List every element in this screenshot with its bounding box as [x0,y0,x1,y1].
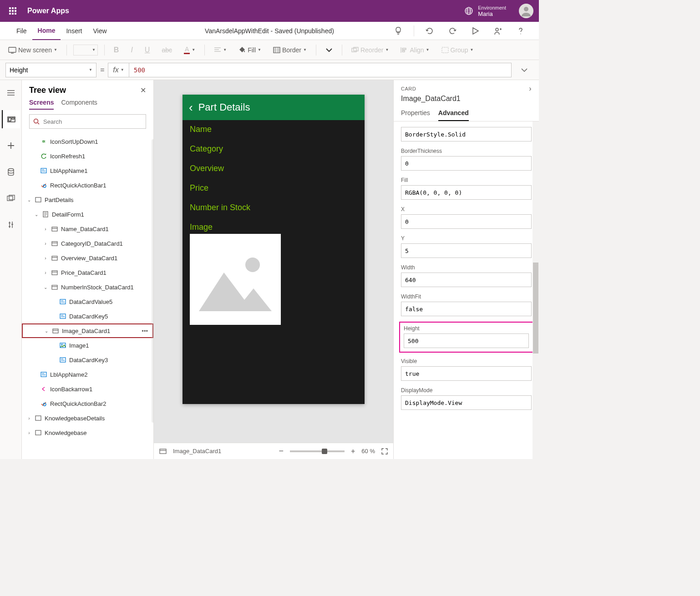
prop-y-input[interactable] [401,243,532,258]
prop-widthfit-input[interactable] [401,302,532,316]
zoom-in-icon[interactable]: + [351,447,355,455]
field-image: Image [190,222,357,232]
help-icon[interactable] [513,24,528,38]
theme-dropdown: ▼ [73,45,98,56]
share-icon[interactable] [491,24,505,38]
play-icon[interactable] [468,24,482,38]
tab-components[interactable]: Components [61,99,97,110]
undo-icon[interactable] [422,24,437,38]
menu-bar: File Home Insert View VanArsdelAppWithEd… [0,22,539,40]
prop-visible-input[interactable] [401,366,532,381]
fx-label[interactable]: fx▼ [108,63,129,77]
prop-fill-input[interactable] [401,185,532,200]
tree-node[interactable]: ›CategoryID_DataCard1 [22,236,153,251]
chevron-down-button[interactable] [323,46,335,54]
reorder-button: Reorder▼ [349,45,392,56]
underline-button: U [142,44,153,56]
tree-node[interactable]: IconSortUpDown1 [22,134,153,149]
tree-node[interactable]: ›KnowledgebaseDetails [22,411,153,425]
props-name: Image_DataCard1 [394,95,539,106]
search-input[interactable] [43,118,142,125]
prop-label: Height [404,325,529,332]
tree-node[interactable]: ›Price_DataCard1 [22,265,153,280]
waffle-icon[interactable] [4,0,22,22]
svg-rect-18 [36,197,41,202]
toolbar: New screen▼ ▼ B I U abc A▼ ▼ Fill▼ Borde… [0,40,539,60]
svg-rect-10 [9,118,11,121]
prop-width-input[interactable] [401,273,532,287]
tree-node[interactable]: DataCardKey5 [22,309,153,323]
tree-node-selected[interactable]: ⌄Image_DataCard1••• [22,323,153,338]
rail-media-icon[interactable] [2,189,20,207]
prop-label: Y [401,235,532,242]
menu-view[interactable]: View [87,22,112,40]
svg-point-3 [496,28,498,31]
prop-borderthickness-input[interactable] [401,156,532,171]
tree-node[interactable]: ›Name_DataCard1 [22,222,153,236]
fill-button[interactable]: Fill▼ [236,45,264,56]
tree-node[interactable]: ›Overview_DataCard1 [22,251,153,265]
svg-rect-21 [52,242,57,246]
svg-rect-24 [52,285,57,289]
avatar[interactable] [519,4,533,18]
tree-node[interactable]: RectQuickActionBar2 [22,396,153,411]
rail-tree-icon[interactable] [2,110,20,128]
menu-insert[interactable]: Insert [61,22,87,40]
zoom-out-icon[interactable]: − [279,446,284,456]
app-checker-icon[interactable] [391,24,406,38]
prop-height-input[interactable] [404,333,529,348]
props-type: CARD [401,86,416,91]
props-scrollbar[interactable] [533,121,539,459]
menu-file[interactable]: File [11,22,32,40]
tree-node[interactable]: DataCardKey3 [22,353,153,367]
tree-node[interactable]: LblAppName2 [22,367,153,382]
fit-screen-icon[interactable] [381,448,388,455]
tree-scroll[interactable]: IconSortUpDown1 IconRefresh1 LblAppName1… [22,133,153,459]
tree-node[interactable]: IconBackarrow1 [22,382,153,396]
align-text-button: ▼ [211,45,229,55]
tree-node[interactable]: ⌄NumberInStock_DataCard1 [22,280,153,294]
tree-node[interactable]: ⌄DetailForm1 [22,207,153,222]
tree-node[interactable]: Image1 [22,338,153,353]
tab-advanced[interactable]: Advanced [438,106,469,121]
tree-node[interactable]: ⌄PartDetails [22,192,153,207]
border-button[interactable]: Border▼ [270,45,309,56]
tab-properties[interactable]: Properties [401,106,430,121]
app-name: Power Apps [27,7,69,15]
tab-screens[interactable]: Screens [29,99,54,110]
tree-node[interactable]: IconRefresh1 [22,149,153,163]
card-icon [159,449,167,454]
rail-hamburger-icon[interactable] [2,84,20,102]
svg-rect-31 [41,372,46,377]
props-body[interactable]: BorderThickness Fill X Y Width WidthFit … [394,121,539,459]
prop-displaymode-input[interactable] [401,395,532,410]
collapse-props-icon[interactable]: › [529,85,532,93]
tree-node[interactable]: LblAppName1 [22,163,153,178]
canvas-footer: Image_DataCard1 − + 60 % [154,443,393,459]
rail-tools-icon[interactable] [2,216,20,234]
rail-insert-icon[interactable] [2,136,20,155]
prop-label: BorderThickness [401,148,532,154]
prop-x-input[interactable] [401,214,532,229]
menu-home[interactable]: Home [32,22,61,40]
canvas-stage[interactable]: ‹ Part Details Name Category Overview Pr… [154,80,393,443]
prop-label: WidthFit [401,293,532,300]
zoom-slider[interactable] [290,450,345,452]
tree-node[interactable]: RectQuickActionBar1 [22,178,153,192]
tree-node[interactable]: DataCardValue5 [22,294,153,309]
environment-text[interactable]: Environment Maria [478,5,506,17]
tree-search[interactable] [29,114,146,129]
svg-rect-30 [60,358,66,362]
expand-formula-icon[interactable] [515,68,533,72]
more-icon[interactable]: ••• [142,328,148,334]
prop-borderstyle-input[interactable] [401,127,532,141]
new-screen-button[interactable]: New screen▼ [5,45,60,56]
tree-node[interactable]: ›Knowledgebase [22,425,153,440]
formula-input[interactable] [129,66,511,74]
rail-data-icon[interactable] [2,163,20,181]
close-panel-icon[interactable]: ✕ [140,86,146,95]
svg-point-2 [524,7,528,11]
property-selector[interactable]: Height▼ [5,63,96,77]
back-arrow-icon[interactable]: ‹ [189,101,193,115]
redo-icon[interactable] [445,24,460,38]
